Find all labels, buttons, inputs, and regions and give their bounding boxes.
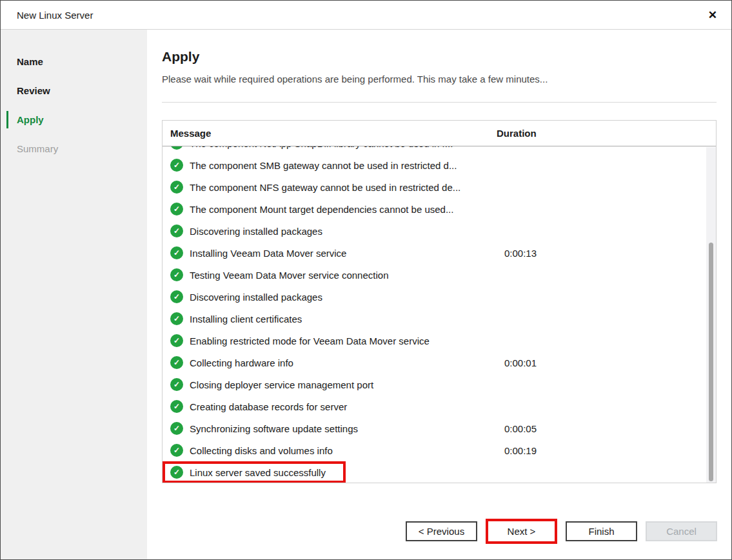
table-row[interactable]: ✓Synchronizing software update settings0… xyxy=(163,417,716,439)
dialog-body: NameReviewApplySummary Apply Please wait… xyxy=(1,30,731,560)
window-title: New Linux Server xyxy=(17,10,93,21)
table-row[interactable]: ✓Installing Veeam Data Mover service0:00… xyxy=(163,242,716,264)
table-row[interactable]: ✓Linux server saved successfully xyxy=(163,461,716,483)
column-header-message: Message xyxy=(163,128,497,139)
row-message: Enabling restricted mode for Veeam Data … xyxy=(190,335,504,346)
row-message: Discovering installed packages xyxy=(190,226,504,237)
row-message: Collecting hardware info xyxy=(190,357,504,368)
success-check-icon: ✓ xyxy=(170,444,183,457)
table-row[interactable]: ✓Installing client certificates xyxy=(163,308,716,330)
success-check-icon: ✓ xyxy=(170,146,183,150)
table-header: Message Duration xyxy=(163,121,716,146)
table-row[interactable]: ✓The component NetApp SnapDiff library c… xyxy=(163,146,716,154)
row-duration: 0:00:19 xyxy=(504,445,537,456)
table-row[interactable]: ✓Discovering installed packages xyxy=(163,286,716,308)
table-row[interactable]: ✓The component Mount target dependencies… xyxy=(163,198,716,220)
sidebar-item-apply[interactable]: Apply xyxy=(1,105,147,134)
page-subtitle: Please wait while required operations ar… xyxy=(162,74,717,85)
success-check-icon: ✓ xyxy=(170,400,183,413)
scrollbar-thumb[interactable] xyxy=(709,243,713,481)
sidebar-item-review[interactable]: Review xyxy=(1,76,147,105)
operation-rows: ✓The component NetApp SnapDiff library c… xyxy=(163,146,716,483)
success-check-icon: ✓ xyxy=(170,225,183,237)
success-check-icon: ✓ xyxy=(170,203,183,215)
title-bar: New Linux Server ✕ xyxy=(1,1,731,30)
row-duration: 0:00:05 xyxy=(504,423,537,434)
row-duration: 0:00:01 xyxy=(504,357,537,368)
row-message: Creating database records for server xyxy=(190,401,504,412)
row-message: Testing Veeam Data Mover service connect… xyxy=(190,270,504,281)
success-check-icon: ✓ xyxy=(170,378,183,391)
row-duration: 0:00:13 xyxy=(504,248,537,259)
operations-table: Message Duration ✓The component NetApp S… xyxy=(162,120,717,483)
row-message: Installing Veeam Data Mover service xyxy=(190,248,504,259)
table-row[interactable]: ✓The component NFS gateway cannot be use… xyxy=(163,176,716,198)
sidebar-item-label: Name xyxy=(17,56,43,67)
success-check-icon: ✓ xyxy=(170,334,183,347)
close-icon[interactable]: ✕ xyxy=(708,10,717,21)
separator xyxy=(162,102,717,103)
next-button[interactable]: Next > xyxy=(486,519,557,544)
table-row[interactable]: ✓The component SMB gateway cannot be use… xyxy=(163,154,716,176)
success-check-icon: ✓ xyxy=(170,246,183,259)
success-check-icon: ✓ xyxy=(170,356,183,369)
row-message: Installing client certificates xyxy=(190,314,504,325)
sidebar-item-summary[interactable]: Summary xyxy=(1,134,147,163)
sidebar-item-label: Summary xyxy=(17,143,58,154)
cancel-button[interactable]: Cancel xyxy=(646,521,717,541)
table-row[interactable]: ✓Enabling restricted mode for Veeam Data… xyxy=(163,330,716,352)
sidebar-item-name[interactable]: Name xyxy=(1,47,147,76)
table-row[interactable]: ✓Closing deployer service management por… xyxy=(163,374,716,395)
success-check-icon: ✓ xyxy=(170,466,183,479)
sidebar-item-label: Review xyxy=(17,85,50,96)
previous-button[interactable]: < Previous xyxy=(406,521,477,541)
row-message: Collecting disks and volumes info xyxy=(190,445,504,456)
success-check-icon: ✓ xyxy=(170,159,183,172)
row-message: The component NetApp SnapDiff library ca… xyxy=(190,146,504,149)
row-message: Discovering installed packages xyxy=(190,292,504,303)
success-check-icon: ✓ xyxy=(170,312,183,325)
scrollbar-track[interactable] xyxy=(706,147,716,483)
row-message: Synchronizing software update settings xyxy=(190,423,504,434)
table-row[interactable]: ✓Creating database records for server xyxy=(163,395,716,417)
row-message: Linux server saved successfully xyxy=(190,467,504,478)
new-linux-server-dialog: New Linux Server ✕ NameReviewApplySummar… xyxy=(0,0,732,560)
row-message: The component SMB gateway cannot be used… xyxy=(190,160,504,171)
sidebar-item-label: Apply xyxy=(17,114,44,125)
table-row[interactable]: ✓Collecting disks and volumes info0:00:1… xyxy=(163,439,716,461)
finish-button[interactable]: Finish xyxy=(566,521,637,541)
row-message: The component NFS gateway cannot be used… xyxy=(190,182,504,193)
row-message: The component Mount target dependencies … xyxy=(190,204,504,215)
footer-buttons: < PreviousNext >FinishCancel xyxy=(406,519,717,544)
main-content: Apply Please wait while required operati… xyxy=(147,30,732,560)
success-check-icon: ✓ xyxy=(170,422,183,435)
success-check-icon: ✓ xyxy=(170,268,183,281)
wizard-steps-sidebar: NameReviewApplySummary xyxy=(1,30,147,560)
row-message: Closing deployer service management port xyxy=(190,379,504,390)
column-header-duration: Duration xyxy=(497,128,537,139)
table-row[interactable]: ✓Testing Veeam Data Mover service connec… xyxy=(163,264,716,286)
table-row[interactable]: ✓Collecting hardware info0:00:01 xyxy=(163,352,716,374)
success-check-icon: ✓ xyxy=(170,290,183,303)
success-check-icon: ✓ xyxy=(170,181,183,194)
table-row[interactable]: ✓Discovering installed packages xyxy=(163,220,716,242)
page-title: Apply xyxy=(162,49,717,65)
